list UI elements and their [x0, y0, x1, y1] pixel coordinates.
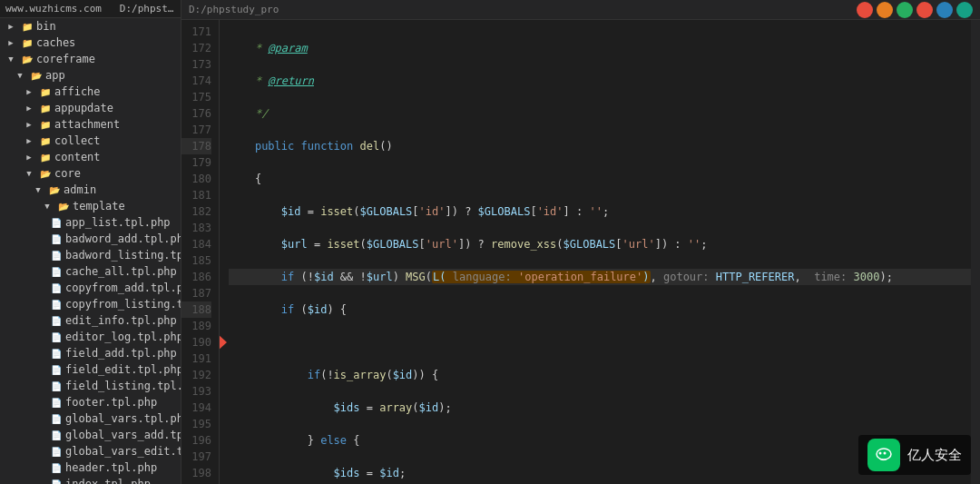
sidebar-file-header[interactable]: 📄 header.tpl.php — [0, 459, 181, 476]
sidebar-file-global-vars[interactable]: 📄 global_vars.tpl.php — [0, 410, 181, 427]
php-file-icon: 📄 — [49, 477, 64, 484]
expand-arrow: ▶ — [22, 117, 36, 132]
sidebar-item-bin[interactable]: ▶ 📁 bin — [0, 18, 181, 35]
browser-icon-ie — [936, 2, 953, 18]
php-file-icon: 📄 — [49, 428, 64, 442]
code-line-173: */ — [229, 105, 971, 122]
sidebar-item-label: copyfrom_listing.tpl. — [65, 298, 181, 311]
sidebar-item-content[interactable]: ▶ 📁 content — [0, 149, 181, 165]
php-file-icon: 📄 — [49, 264, 64, 279]
file-tree-sidebar: www.wuzhicms.com D:/phpstudy_pro ▶ 📁 bin… — [0, 0, 181, 484]
sidebar-item-label: template — [73, 200, 125, 212]
browser-icon-firefox — [877, 2, 893, 18]
sidebar-file-copyfrom-listing[interactable]: 📄 copyfrom_listing.tpl. — [0, 296, 181, 312]
scrollbar-right[interactable] — [971, 20, 980, 484]
code-line-174: public function del() — [229, 138, 971, 154]
folder-icon: 📁 — [20, 19, 34, 34]
sidebar-item-coreframe[interactable]: ▼ 📂 coreframe — [0, 51, 181, 67]
sidebar-file-index[interactable]: 📄 index.tpl.php — [0, 476, 181, 484]
php-file-icon: 📄 — [49, 395, 64, 410]
folder-icon: 📂 — [20, 52, 34, 66]
sidebar-item-label: field_add.tpl.php — [65, 347, 177, 360]
sidebar-item-label: core — [54, 167, 81, 180]
sidebar-item-label: header.tpl.php — [65, 461, 157, 474]
php-file-icon: 📄 — [49, 460, 64, 475]
sidebar-file-app-list[interactable]: 📄 app_list.tpl.php — [0, 214, 181, 231]
php-file-icon: 📄 — [49, 248, 64, 262]
code-container: 171 172 173 174 175 176 177 178 179 180 … — [181, 20, 980, 484]
sidebar-file-badword-listing[interactable]: 📄 badword_listing.tpl.p — [0, 247, 181, 263]
line-numbers: 171 172 173 174 175 176 177 178 179 180 … — [181, 20, 220, 484]
sidebar-item-label: app — [45, 69, 65, 82]
sidebar-item-caches[interactable]: ▶ 📁 caches — [0, 35, 181, 51]
php-file-icon: 📄 — [49, 313, 64, 328]
sidebar-item-appupdate[interactable]: ▶ 📁 appupdate — [0, 100, 181, 116]
sidebar-item-template[interactable]: ▼ 📂 template — [0, 198, 181, 214]
php-file-icon: 📄 — [49, 297, 64, 311]
sidebar-item-label: cache_all.tpl.php — [65, 265, 177, 278]
php-file-icon: 📄 — [49, 346, 64, 361]
sidebar-item-app[interactable]: ▼ 📂 app — [0, 67, 181, 84]
php-file-icon: 📄 — [49, 281, 64, 295]
expand-arrow: ▼ — [22, 166, 36, 181]
php-file-icon: 📄 — [49, 444, 64, 459]
code-line-176: $id = isset($GLOBALS['id']) ? $GLOBALS['… — [229, 203, 971, 220]
php-file-icon: 📄 — [49, 379, 64, 393]
sidebar-file-field-listing[interactable]: 📄 field_listing.tpl.php — [0, 378, 181, 394]
expand-arrow: ▶ — [4, 35, 18, 50]
php-file-icon: 📄 — [49, 330, 64, 344]
sidebar-file-editor-log[interactable]: 📄 editor_log.tpl.php — [0, 329, 181, 345]
code-line-181: $ids = array($id); — [229, 400, 971, 416]
browser-icons-row — [857, 2, 973, 18]
sidebar-file-cache-all[interactable]: 📄 cache_all.tpl.php — [0, 263, 181, 280]
php-file-icon: 📄 — [49, 411, 64, 426]
sidebar-item-label: global_vars_add.tpl. — [65, 429, 181, 441]
sidebar-file-copyfrom-add[interactable]: 📄 copyfrom_add.tpl.ph — [0, 280, 181, 296]
php-file-icon: 📄 — [49, 362, 64, 377]
expand-arrow: ▼ — [40, 199, 54, 213]
sidebar-item-label: app_list.tpl.php — [65, 216, 171, 229]
watermark-logo — [867, 439, 900, 471]
expand-arrow: ▼ — [31, 183, 45, 197]
sidebar-file-edit-info[interactable]: 📄 edit_info.tpl.php — [0, 312, 181, 329]
sidebar-item-attachment[interactable]: ▶ 📁 attachment — [0, 116, 181, 133]
sidebar-item-core[interactable]: ▼ 📂 core — [0, 165, 181, 182]
browser-icon-red2 — [916, 2, 933, 18]
sidebar-file-global-vars-edit[interactable]: 📄 global_vars_edit.tpl. — [0, 443, 181, 459]
sidebar-file-field-add[interactable]: 📄 field_add.tpl.php — [0, 345, 181, 361]
sidebar-item-collect[interactable]: ▶ 📁 collect — [0, 133, 181, 149]
code-line-171: * @param — [229, 40, 971, 56]
folder-icon: 📂 — [38, 166, 53, 181]
red-arrow-1 — [220, 331, 227, 354]
sidebar-header: www.wuzhicms.com D:/phpstudy_pro — [0, 0, 181, 18]
sidebar-item-label: field_listing.tpl.php — [65, 380, 181, 392]
folder-icon: 📁 — [38, 150, 53, 164]
browser-icon-chrome — [857, 2, 873, 18]
browser-icon-teal — [956, 2, 973, 18]
svg-point-2 — [879, 452, 882, 455]
code-editor[interactable]: * @param * @return */ public function de… — [220, 20, 971, 484]
folder-icon: 📂 — [47, 183, 62, 197]
sidebar-item-label: affiche — [54, 85, 101, 98]
editor-area: D:/phpstudy_pro 171 172 173 174 175 176 … — [181, 0, 980, 484]
sidebar-file-footer[interactable]: 📄 footer.tpl.php — [0, 394, 181, 410]
sidebar-item-label: attachment — [54, 118, 120, 131]
sidebar-file-global-vars-add[interactable]: 📄 global_vars_add.tpl. — [0, 427, 181, 443]
sidebar-item-admin[interactable]: ▼ 📂 admin — [0, 182, 181, 198]
folder-icon: 📁 — [38, 117, 53, 132]
sidebar-item-label: footer.tpl.php — [65, 396, 157, 409]
code-line-178: if (!$id && !$url) MSG(L( language: 'ope… — [229, 269, 971, 285]
sidebar-file-badword-add[interactable]: 📄 badword_add.tpl.php — [0, 231, 181, 247]
sidebar-file-field-edit[interactable]: 📄 field_edit.tpl.php — [0, 361, 181, 378]
folder-icon: 📂 — [56, 199, 71, 213]
sidebar-item-label: coreframe — [36, 53, 95, 65]
expand-arrow: ▶ — [22, 133, 36, 148]
sidebar-item-affiche[interactable]: ▶ 📁 affiche — [0, 84, 181, 100]
editor-top-bar: D:/phpstudy_pro — [181, 0, 980, 20]
sidebar-item-label: appupdate — [54, 102, 113, 114]
sidebar-item-label: global_vars.tpl.php — [65, 412, 181, 425]
code-line-177: $url = isset($GLOBALS['url']) ? remove_x… — [229, 236, 971, 252]
expand-arrow: ▼ — [4, 52, 18, 66]
expand-arrow: ▶ — [22, 84, 36, 99]
sidebar-path: www.wuzhicms.com D:/phpstudy_pro — [5, 3, 181, 15]
